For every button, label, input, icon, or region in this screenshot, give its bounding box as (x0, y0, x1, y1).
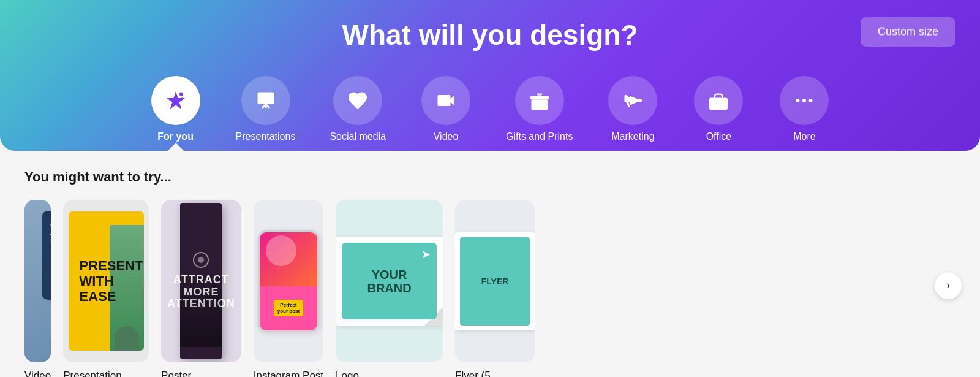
svg-point-0 (179, 93, 183, 96)
presentations-label: Presentations (236, 131, 296, 151)
flyer-card-label: Flyer (5. (455, 370, 535, 377)
heart-icon (347, 89, 369, 112)
card-logo[interactable]: YOURBRAND ➤ (336, 200, 443, 362)
svg-point-13 (809, 99, 813, 102)
person-head (115, 326, 139, 351)
office-label: Office (706, 131, 732, 151)
marketing-label: Marketing (611, 131, 654, 151)
card-instagram[interactable]: Perfectyour post (254, 200, 323, 362)
logo-card-bg: YOURBRAND ➤ (336, 200, 443, 362)
phone-mockup: Perfectyour post (258, 230, 319, 332)
briefcase-icon (707, 89, 729, 112)
presentations-icon-circle (241, 76, 290, 125)
poster-card-bg: ATTRACTMOREATTENTION (161, 200, 241, 362)
presentation-card-bg: PRESENTWITHEASE (63, 200, 149, 362)
nav-item-for-you[interactable]: For you (133, 70, 219, 151)
video-card-text: Clear your mind through yoga and meditat… (42, 211, 51, 250)
section-title: You might want to try... (24, 169, 956, 185)
card-flyer[interactable]: FLYER (455, 200, 535, 362)
for-you-icon-circle (151, 76, 200, 125)
svg-point-12 (802, 99, 806, 102)
card-wrapper-presentation: PRESENTWITHEASE Presentation (63, 200, 149, 377)
card-wrapper-flyer: FLYER Flyer (5. (455, 200, 535, 377)
banner-top: What will you design? Custom size (24, 0, 956, 64)
svg-point-7 (638, 99, 642, 102)
card-video[interactable]: Clear your mind through yoga and meditat… (24, 200, 51, 362)
presentation-card-text: PRESENTWITHEASE (80, 258, 143, 305)
card-presentation[interactable]: PRESENTWITHEASE (63, 200, 149, 362)
next-button[interactable]: › (935, 272, 962, 299)
gifts-icon-circle (515, 76, 564, 125)
social-media-icon-circle (333, 76, 382, 125)
svg-rect-10 (716, 102, 722, 105)
logo-arrow-icon: ➤ (421, 248, 431, 261)
dots-icon (793, 89, 815, 112)
instagram-card-bg: Perfectyour post (254, 200, 323, 362)
presentation-card-inner: PRESENTWITHEASE (69, 211, 144, 351)
card-wrapper-video: Clear your mind through yoga and meditat… (24, 200, 51, 377)
instagram-card-label: Instagram Post (254, 370, 323, 377)
video-tablet-mockup: Clear your mind through yoga and meditat… (42, 211, 51, 300)
card-poster[interactable]: ATTRACTMOREATTENTION (161, 200, 241, 362)
phone-photo-area (260, 232, 317, 286)
gift-icon (529, 89, 551, 112)
flyer-inner: FLYER (460, 237, 530, 326)
phone-bottom-area: Perfectyour post (260, 286, 317, 330)
more-icon-circle (780, 76, 829, 125)
nav-item-marketing[interactable]: Marketing (590, 70, 676, 151)
video-label: Video (434, 131, 459, 151)
custom-size-button[interactable]: Custom size (861, 17, 956, 47)
play-icon (435, 89, 457, 112)
banner: What will you design? Custom size For yo… (0, 0, 980, 151)
nav-item-office[interactable]: Office (676, 70, 761, 151)
cards-row: Clear your mind through yoga and meditat… (24, 200, 956, 377)
banner-title: What will you design? (342, 18, 638, 51)
card-wrapper-poster: ATTRACTMOREATTENTION Poster (161, 200, 241, 377)
flyer-card-bg: FLYER (455, 200, 535, 362)
social-media-label: Social media (330, 131, 386, 151)
logo-brand-text: YOURBRAND (367, 268, 411, 295)
more-label: More (793, 131, 815, 151)
poster-card-inner: ATTRACTMOREATTENTION (180, 203, 222, 359)
svg-point-1 (181, 97, 183, 100)
presentation-icon (255, 89, 277, 112)
logo-card-label: Logo (336, 370, 443, 377)
video-card-bg: Clear your mind through yoga and meditat… (24, 200, 51, 362)
nav-item-video[interactable]: Video (403, 70, 489, 151)
nav-icons-row: For you Presentations Social media (24, 64, 956, 151)
sparkle-icon (165, 89, 187, 112)
svg-rect-4 (259, 94, 272, 103)
flyer-inner-text: FLYER (481, 276, 509, 286)
flyer-paper: FLYER (455, 232, 535, 330)
presentation-card-label: Presentation (63, 370, 149, 377)
video-icon-circle (421, 76, 470, 125)
card-wrapper-instagram: Perfectyour post Instagram Post (254, 200, 323, 377)
marketing-icon-circle (608, 76, 657, 125)
nav-item-more[interactable]: More (761, 70, 847, 151)
svg-point-11 (796, 99, 800, 102)
video-card-label: Video (24, 370, 51, 377)
poster-card-label: Poster (161, 370, 241, 377)
phone-face (266, 235, 296, 266)
logo-teal-bg: YOURBRAND ➤ (342, 243, 437, 319)
phone-post-text: Perfectyour post (274, 300, 303, 316)
gifts-prints-label: Gifts and Prints (506, 131, 573, 151)
megaphone-icon (622, 89, 644, 112)
nav-item-gifts-prints[interactable]: Gifts and Prints (489, 70, 590, 151)
poster-image-overlay (180, 261, 222, 347)
for-you-label: For you (157, 131, 194, 151)
logo-paper: YOURBRAND ➤ (336, 237, 443, 326)
nav-item-presentations[interactable]: Presentations (219, 70, 313, 151)
card-wrapper-logo: YOURBRAND ➤ Logo (336, 200, 443, 377)
office-icon-circle (694, 76, 743, 125)
main-content: You might want to try... Clear your mind… (0, 151, 980, 377)
nav-item-social-media[interactable]: Social media (312, 70, 403, 151)
